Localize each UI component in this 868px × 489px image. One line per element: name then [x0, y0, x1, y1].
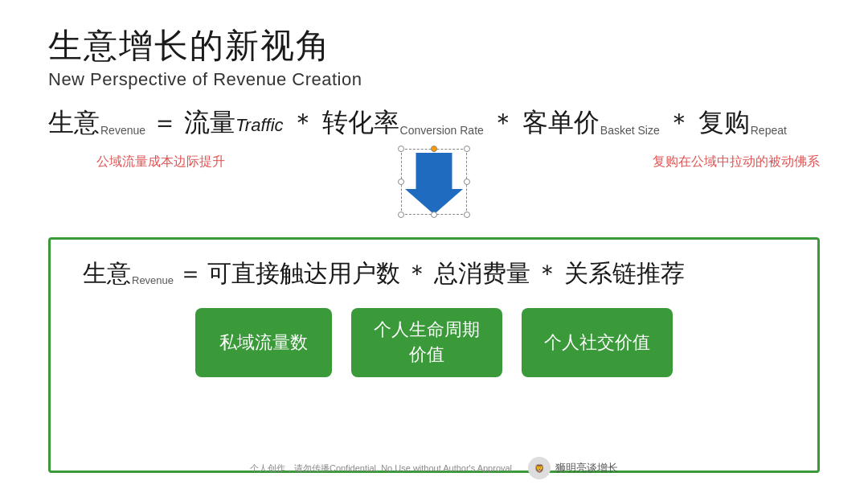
formula-basket-sup: Basket Size	[600, 123, 660, 139]
formula-bottom-part1: 可直接触达用户数	[207, 257, 400, 290]
formula-bottom-mult2: ＊	[535, 257, 559, 290]
svg-marker-0	[405, 153, 463, 215]
formula-mult1: ＊	[290, 105, 316, 141]
formula-bottom-part3: 关系链推荐	[564, 257, 685, 290]
arrow-wrapper	[398, 146, 470, 218]
footer: 个人创作，请勿传播Confidential, No Use without Au…	[0, 457, 868, 479]
handle-mr	[464, 179, 470, 185]
formula-repeat-cn: 复购	[698, 105, 750, 141]
formula-top: 生意Revenue ＝ 流量Traffic ＊ 转化率Conversion Ra…	[48, 105, 820, 141]
annotations-row: 公域流量成本边际提升 复购在公域中拉动的被动佛系	[48, 154, 820, 234]
button-social-value[interactable]: 个人社交价值	[522, 308, 673, 377]
handle-tl	[398, 146, 404, 152]
button-lifetime-value[interactable]: 个人生命周期价值	[351, 308, 502, 377]
arrow-container	[398, 146, 470, 218]
formula-traffic-en: Traffic	[235, 113, 283, 138]
annotation-left: 公域流量成本边际提升	[96, 154, 225, 171]
logo-text: 狮明亮谈增长	[555, 461, 618, 475]
buttons-row: 私域流量数 个人生命周期价值 个人社交价值	[83, 308, 785, 377]
handle-bm	[431, 212, 437, 218]
formula-bottom-business: 生意	[83, 257, 131, 290]
formula-traffic-cn: 流量	[184, 105, 235, 141]
handle-tr	[464, 146, 470, 152]
green-box: 生意Revenue ＝ 可直接触达用户数 ＊ 总消费量 ＊ 关系链推荐 私域流量…	[48, 237, 820, 473]
handle-bl	[398, 212, 404, 218]
handle-br	[464, 212, 470, 218]
formula-bottom-part2: 总消费量	[434, 257, 530, 290]
formula-conversion: 转化率	[322, 105, 399, 141]
formula-business: 生意	[48, 105, 100, 141]
formula-bottom-eq: ＝	[178, 257, 203, 290]
handle-ml	[398, 179, 404, 185]
formula-bottom-business-sup: Revenue	[132, 274, 174, 286]
handle-tm	[431, 146, 437, 152]
down-arrow-svg	[398, 146, 470, 218]
formula-business-sup: Revenue	[100, 123, 145, 139]
title-english: New Perspective of Revenue Creation	[48, 69, 820, 90]
footer-text: 个人创作，请勿传播Confidential, No Use without Au…	[250, 462, 512, 475]
formula-mult2: ＊	[490, 105, 516, 141]
formula-eq: ＝	[152, 105, 178, 141]
formula-mult3: ＊	[666, 105, 692, 141]
formula-conversion-sup: Conversion Rate	[400, 123, 484, 139]
formula-repeat-sup: Repeat	[751, 123, 787, 139]
logo-icon: 🦁	[528, 457, 551, 479]
top-formula-section: 生意Revenue ＝ 流量Traffic ＊ 转化率Conversion Ra…	[48, 105, 820, 141]
formula-basket-cn: 客单价	[522, 105, 600, 141]
formula-bottom-mult1: ＊	[405, 257, 429, 290]
title-chinese: 生意增长的新视角	[48, 26, 820, 66]
footer-logo: 🦁 狮明亮谈增长	[528, 457, 618, 479]
title-section: 生意增长的新视角 New Perspective of Revenue Crea…	[48, 26, 820, 90]
formula-bottom: 生意Revenue ＝ 可直接触达用户数 ＊ 总消费量 ＊ 关系链推荐	[83, 257, 785, 290]
annotation-right: 复购在公域中拉动的被动佛系	[653, 154, 820, 171]
button-private-traffic[interactable]: 私域流量数	[195, 308, 332, 377]
